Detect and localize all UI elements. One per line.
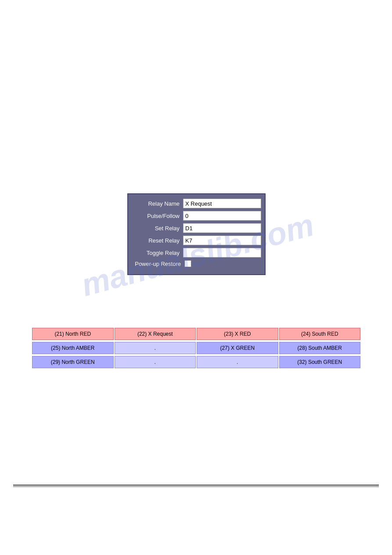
label-reset-relay: Reset Relay: [132, 237, 183, 244]
bottom-divider: [13, 485, 379, 487]
label-pulse-follow: Pulse/Follow: [132, 213, 183, 219]
form-row-power-up: Power-up Restore: [132, 260, 261, 267]
label-relay-name: Relay Name: [132, 200, 183, 207]
grid-cell-29[interactable]: (29) North GREEN: [32, 356, 114, 368]
form-panel: Relay Name Pulse/Follow Set Relay Reset …: [127, 193, 266, 275]
grid-cell-27[interactable]: (27) X GREEN: [197, 342, 278, 354]
input-toggle-relay[interactable]: [183, 248, 261, 258]
input-pulse-follow[interactable]: [183, 211, 261, 221]
grid-row-2: (25) North AMBER . (27) X GREEN (28) Sou…: [32, 341, 361, 355]
grid-row-3: (29) North GREEN . . (32) South GREEN: [32, 355, 361, 369]
label-toggle-relay: Toggle Relay: [132, 250, 183, 256]
grid-row-1: (21) North RED (22) X Request (23) X RED…: [32, 327, 361, 341]
grid-cell-26[interactable]: .: [115, 342, 196, 354]
grid-cell-24[interactable]: (24) South RED: [279, 328, 361, 340]
grid-cell-23[interactable]: (23) X RED: [197, 328, 278, 340]
page-container: manualslib.com Relay Name Pulse/Follow S…: [0, 0, 392, 555]
grid-cell-21[interactable]: (21) North RED: [32, 328, 114, 340]
checkbox-power-up[interactable]: [184, 260, 191, 267]
form-row-set-relay: Set Relay: [132, 223, 261, 233]
form-row-relay-name: Relay Name: [132, 199, 261, 208]
form-row-toggle-relay: Toggle Relay: [132, 248, 261, 258]
input-relay-name[interactable]: [183, 199, 261, 208]
grid-cell-31[interactable]: .: [197, 356, 278, 368]
input-reset-relay[interactable]: [183, 236, 261, 245]
grid-cell-30[interactable]: .: [115, 356, 196, 368]
label-set-relay: Set Relay: [132, 225, 183, 232]
form-row-pulse-follow: Pulse/Follow: [132, 211, 261, 221]
bottom-divider-inner: [13, 486, 379, 487]
label-power-up: Power-up Restore: [132, 261, 184, 267]
grid-container: (21) North RED (22) X Request (23) X RED…: [32, 327, 361, 370]
grid-cell-25[interactable]: (25) North AMBER: [32, 342, 114, 354]
grid-cell-22[interactable]: (22) X Request: [115, 328, 196, 340]
grid-cell-28[interactable]: (28) South AMBER: [279, 342, 361, 354]
input-set-relay[interactable]: [183, 223, 261, 233]
grid-cell-32[interactable]: (32) South GREEN: [279, 356, 361, 368]
form-row-reset-relay: Reset Relay: [132, 236, 261, 245]
